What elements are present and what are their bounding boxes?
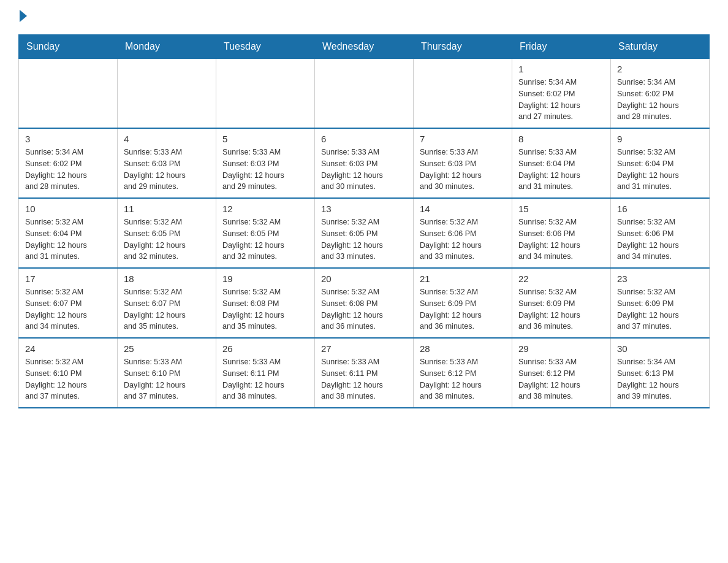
- day-number: 4: [124, 134, 210, 144]
- day-info: Sunrise: 5:33 AMSunset: 6:11 PMDaylight:…: [222, 356, 308, 402]
- day-number: 18: [124, 274, 210, 284]
- weekday-header-monday: Monday: [118, 35, 216, 59]
- weekday-header-wednesday: Wednesday: [315, 35, 414, 59]
- day-info: Sunrise: 5:34 AMSunset: 6:02 PMDaylight:…: [617, 77, 703, 123]
- calendar-cell: [315, 59, 414, 129]
- calendar-cell: 17Sunrise: 5:32 AMSunset: 6:07 PMDayligh…: [19, 268, 118, 338]
- day-info: Sunrise: 5:33 AMSunset: 6:03 PMDaylight:…: [124, 147, 210, 193]
- calendar-cell: 16Sunrise: 5:32 AMSunset: 6:06 PMDayligh…: [611, 198, 710, 268]
- week-row-4: 17Sunrise: 5:32 AMSunset: 6:07 PMDayligh…: [19, 268, 710, 338]
- calendar-cell: 8Sunrise: 5:33 AMSunset: 6:04 PMDaylight…: [512, 128, 611, 198]
- calendar-table: SundayMondayTuesdayWednesdayThursdayFrid…: [18, 34, 710, 408]
- day-info: Sunrise: 5:33 AMSunset: 6:10 PMDaylight:…: [124, 356, 210, 402]
- calendar-cell: 30Sunrise: 5:34 AMSunset: 6:13 PMDayligh…: [611, 338, 710, 408]
- calendar-cell: 15Sunrise: 5:32 AMSunset: 6:06 PMDayligh…: [512, 198, 611, 268]
- calendar-cell: 3Sunrise: 5:34 AMSunset: 6:02 PMDaylight…: [19, 128, 118, 198]
- day-info: Sunrise: 5:32 AMSunset: 6:06 PMDaylight:…: [617, 216, 703, 262]
- calendar-cell: 21Sunrise: 5:32 AMSunset: 6:09 PMDayligh…: [414, 268, 512, 338]
- calendar-cell: 29Sunrise: 5:33 AMSunset: 6:12 PMDayligh…: [512, 338, 611, 408]
- day-info: Sunrise: 5:32 AMSunset: 6:04 PMDaylight:…: [25, 216, 111, 262]
- day-info: Sunrise: 5:32 AMSunset: 6:04 PMDaylight:…: [617, 147, 703, 193]
- day-info: Sunrise: 5:32 AMSunset: 6:05 PMDaylight:…: [321, 216, 407, 262]
- day-number: 2: [617, 64, 703, 74]
- day-info: Sunrise: 5:32 AMSunset: 6:07 PMDaylight:…: [25, 286, 111, 332]
- day-number: 14: [420, 204, 506, 214]
- day-number: 13: [321, 204, 407, 214]
- day-info: Sunrise: 5:33 AMSunset: 6:03 PMDaylight:…: [222, 147, 308, 193]
- day-info: Sunrise: 5:32 AMSunset: 6:09 PMDaylight:…: [420, 286, 506, 332]
- day-number: 5: [222, 134, 308, 144]
- calendar-cell: 5Sunrise: 5:33 AMSunset: 6:03 PMDaylight…: [216, 128, 315, 198]
- calendar-cell: 14Sunrise: 5:32 AMSunset: 6:06 PMDayligh…: [414, 198, 512, 268]
- calendar-cell: 1Sunrise: 5:34 AMSunset: 6:02 PMDaylight…: [512, 59, 611, 129]
- day-number: 20: [321, 274, 407, 284]
- calendar-cell: [19, 59, 118, 129]
- day-number: 22: [518, 274, 604, 284]
- calendar-cell: 4Sunrise: 5:33 AMSunset: 6:03 PMDaylight…: [118, 128, 216, 198]
- week-row-1: 1Sunrise: 5:34 AMSunset: 6:02 PMDaylight…: [19, 59, 710, 129]
- calendar-cell: 9Sunrise: 5:32 AMSunset: 6:04 PMDaylight…: [611, 128, 710, 198]
- calendar-cell: 23Sunrise: 5:32 AMSunset: 6:09 PMDayligh…: [611, 268, 710, 338]
- day-info: Sunrise: 5:32 AMSunset: 6:05 PMDaylight:…: [124, 216, 210, 262]
- calendar-cell: 7Sunrise: 5:33 AMSunset: 6:03 PMDaylight…: [414, 128, 512, 198]
- calendar-cell: [118, 59, 216, 129]
- calendar-cell: 28Sunrise: 5:33 AMSunset: 6:12 PMDayligh…: [414, 338, 512, 408]
- calendar-cell: 2Sunrise: 5:34 AMSunset: 6:02 PMDaylight…: [611, 59, 710, 129]
- calendar-cell: 13Sunrise: 5:32 AMSunset: 6:05 PMDayligh…: [315, 198, 414, 268]
- day-info: Sunrise: 5:34 AMSunset: 6:13 PMDaylight:…: [617, 356, 703, 402]
- calendar-cell: 19Sunrise: 5:32 AMSunset: 6:08 PMDayligh…: [216, 268, 315, 338]
- day-number: 24: [25, 343, 111, 354]
- calendar-cell: 18Sunrise: 5:32 AMSunset: 6:07 PMDayligh…: [118, 268, 216, 338]
- day-number: 27: [321, 343, 407, 354]
- calendar-cell: 25Sunrise: 5:33 AMSunset: 6:10 PMDayligh…: [118, 338, 216, 408]
- weekday-header-row: SundayMondayTuesdayWednesdayThursdayFrid…: [19, 35, 710, 59]
- day-info: Sunrise: 5:32 AMSunset: 6:09 PMDaylight:…: [617, 286, 703, 332]
- day-info: Sunrise: 5:32 AMSunset: 6:09 PMDaylight:…: [518, 286, 604, 332]
- day-info: Sunrise: 5:33 AMSunset: 6:11 PMDaylight:…: [321, 356, 407, 402]
- day-number: 29: [518, 343, 604, 354]
- day-number: 6: [321, 134, 407, 144]
- day-info: Sunrise: 5:33 AMSunset: 6:12 PMDaylight:…: [420, 356, 506, 402]
- day-number: 12: [222, 204, 308, 214]
- week-row-5: 24Sunrise: 5:32 AMSunset: 6:10 PMDayligh…: [19, 338, 710, 408]
- day-number: 26: [222, 343, 308, 354]
- weekday-header-friday: Friday: [512, 35, 611, 59]
- calendar-cell: [216, 59, 315, 129]
- day-info: Sunrise: 5:32 AMSunset: 6:08 PMDaylight:…: [321, 286, 407, 332]
- day-number: 28: [420, 343, 506, 354]
- week-row-3: 10Sunrise: 5:32 AMSunset: 6:04 PMDayligh…: [19, 198, 710, 268]
- weekday-header-saturday: Saturday: [611, 35, 710, 59]
- day-number: 17: [25, 274, 111, 284]
- calendar-cell: 27Sunrise: 5:33 AMSunset: 6:11 PMDayligh…: [315, 338, 414, 408]
- calendar-cell: [414, 59, 512, 129]
- day-info: Sunrise: 5:34 AMSunset: 6:02 PMDaylight:…: [518, 77, 604, 123]
- calendar-cell: 20Sunrise: 5:32 AMSunset: 6:08 PMDayligh…: [315, 268, 414, 338]
- day-number: 15: [518, 204, 604, 214]
- day-info: Sunrise: 5:32 AMSunset: 6:08 PMDaylight:…: [222, 286, 308, 332]
- day-info: Sunrise: 5:32 AMSunset: 6:05 PMDaylight:…: [222, 216, 308, 262]
- calendar-cell: 10Sunrise: 5:32 AMSunset: 6:04 PMDayligh…: [19, 198, 118, 268]
- week-row-2: 3Sunrise: 5:34 AMSunset: 6:02 PMDaylight…: [19, 128, 710, 198]
- calendar-cell: 12Sunrise: 5:32 AMSunset: 6:05 PMDayligh…: [216, 198, 315, 268]
- day-info: Sunrise: 5:32 AMSunset: 6:06 PMDaylight:…: [518, 216, 604, 262]
- day-info: Sunrise: 5:34 AMSunset: 6:02 PMDaylight:…: [25, 147, 111, 193]
- day-info: Sunrise: 5:33 AMSunset: 6:03 PMDaylight:…: [420, 147, 506, 193]
- day-info: Sunrise: 5:33 AMSunset: 6:03 PMDaylight:…: [321, 147, 407, 193]
- day-info: Sunrise: 5:32 AMSunset: 6:07 PMDaylight:…: [124, 286, 210, 332]
- day-number: 23: [617, 274, 703, 284]
- day-number: 21: [420, 274, 506, 284]
- page-header: [18, 12, 710, 22]
- calendar-cell: 6Sunrise: 5:33 AMSunset: 6:03 PMDaylight…: [315, 128, 414, 198]
- day-number: 11: [124, 204, 210, 214]
- day-number: 8: [518, 134, 604, 144]
- weekday-header-thursday: Thursday: [414, 35, 512, 59]
- day-number: 1: [518, 64, 604, 74]
- weekday-header-sunday: Sunday: [19, 35, 118, 59]
- day-number: 30: [617, 343, 703, 354]
- logo: [18, 12, 27, 22]
- day-number: 25: [124, 343, 210, 354]
- calendar-cell: 11Sunrise: 5:32 AMSunset: 6:05 PMDayligh…: [118, 198, 216, 268]
- day-number: 16: [617, 204, 703, 214]
- day-number: 3: [25, 134, 111, 144]
- day-number: 7: [420, 134, 506, 144]
